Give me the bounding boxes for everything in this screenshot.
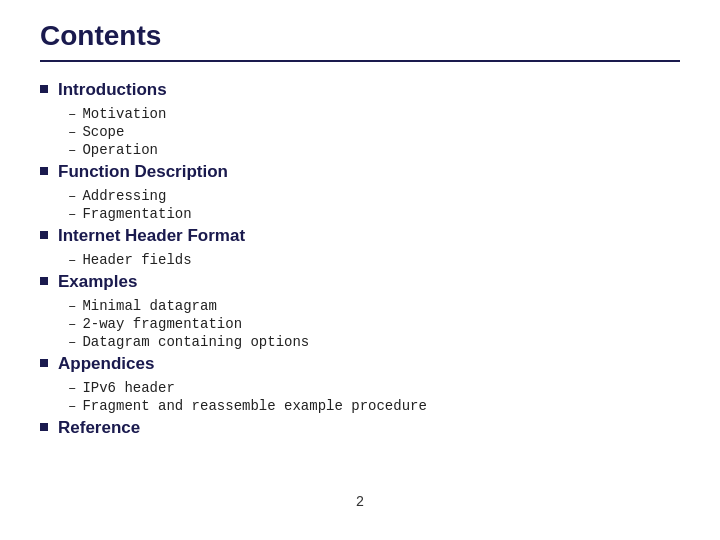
- bullet-icon: [40, 167, 48, 175]
- list-item: – Minimal datagram: [68, 298, 680, 314]
- dash-icon: –: [68, 398, 76, 414]
- sub-item-label: Datagram containing options: [82, 334, 309, 350]
- sub-item-label: Fragmentation: [82, 206, 191, 222]
- content-area: Introductions – Motivation – Scope – Ope…: [40, 80, 680, 484]
- main-item-internet-header-format: Internet Header Format: [40, 226, 680, 246]
- sub-items-examples: – Minimal datagram – 2-way fragmentation…: [68, 298, 680, 350]
- list-item: – Header fields: [68, 252, 680, 268]
- main-item-label: Appendices: [58, 354, 154, 374]
- dash-icon: –: [68, 380, 76, 396]
- list-item: – Motivation: [68, 106, 680, 122]
- main-item-function-description: Function Description: [40, 162, 680, 182]
- sub-items-introductions: – Motivation – Scope – Operation: [68, 106, 680, 158]
- bullet-icon: [40, 231, 48, 239]
- section-introductions: Introductions – Motivation – Scope – Ope…: [40, 80, 680, 162]
- sub-items-appendices: – IPv6 header – Fragment and reassemble …: [68, 380, 680, 414]
- slide-title: Contents: [40, 20, 680, 52]
- sub-item-label: Addressing: [82, 188, 166, 204]
- list-item: – Addressing: [68, 188, 680, 204]
- main-item-label: Function Description: [58, 162, 228, 182]
- sub-item-label: Operation: [82, 142, 158, 158]
- list-item: – Scope: [68, 124, 680, 140]
- section-reference: Reference: [40, 418, 680, 444]
- sub-item-label: IPv6 header: [82, 380, 174, 396]
- bullet-icon: [40, 359, 48, 367]
- list-item: – 2-way fragmentation: [68, 316, 680, 332]
- main-item-introductions: Introductions: [40, 80, 680, 100]
- sub-item-label: Header fields: [82, 252, 191, 268]
- sub-items-function-description: – Addressing – Fragmentation: [68, 188, 680, 222]
- list-item: – Datagram containing options: [68, 334, 680, 350]
- sub-items-internet-header-format: – Header fields: [68, 252, 680, 268]
- bullet-icon: [40, 423, 48, 431]
- list-item: – IPv6 header: [68, 380, 680, 396]
- page-number: 2: [40, 484, 680, 510]
- list-item: – Fragmentation: [68, 206, 680, 222]
- main-item-examples: Examples: [40, 272, 680, 292]
- dash-icon: –: [68, 206, 76, 222]
- dash-icon: –: [68, 298, 76, 314]
- bullet-icon: [40, 85, 48, 93]
- title-divider: [40, 60, 680, 62]
- dash-icon: –: [68, 252, 76, 268]
- section-appendices: Appendices – IPv6 header – Fragment and …: [40, 354, 680, 418]
- dash-icon: –: [68, 124, 76, 140]
- sub-item-label: Fragment and reassemble example procedur…: [82, 398, 426, 414]
- main-item-reference: Reference: [40, 418, 680, 438]
- sub-item-label: Scope: [82, 124, 124, 140]
- slide-container: Contents Introductions – Motivation – Sc…: [0, 0, 720, 540]
- dash-icon: –: [68, 334, 76, 350]
- main-item-appendices: Appendices: [40, 354, 680, 374]
- list-item: – Fragment and reassemble example proced…: [68, 398, 680, 414]
- section-examples: Examples – Minimal datagram – 2-way frag…: [40, 272, 680, 354]
- dash-icon: –: [68, 316, 76, 332]
- section-function-description: Function Description – Addressing – Frag…: [40, 162, 680, 226]
- dash-icon: –: [68, 142, 76, 158]
- list-item: – Operation: [68, 142, 680, 158]
- sub-item-label: 2-way fragmentation: [82, 316, 242, 332]
- main-item-label: Examples: [58, 272, 137, 292]
- main-item-label: Reference: [58, 418, 140, 438]
- section-internet-header-format: Internet Header Format – Header fields: [40, 226, 680, 272]
- main-item-label: Internet Header Format: [58, 226, 245, 246]
- dash-icon: –: [68, 188, 76, 204]
- main-item-label: Introductions: [58, 80, 167, 100]
- dash-icon: –: [68, 106, 76, 122]
- sub-item-label: Motivation: [82, 106, 166, 122]
- bullet-icon: [40, 277, 48, 285]
- sub-item-label: Minimal datagram: [82, 298, 216, 314]
